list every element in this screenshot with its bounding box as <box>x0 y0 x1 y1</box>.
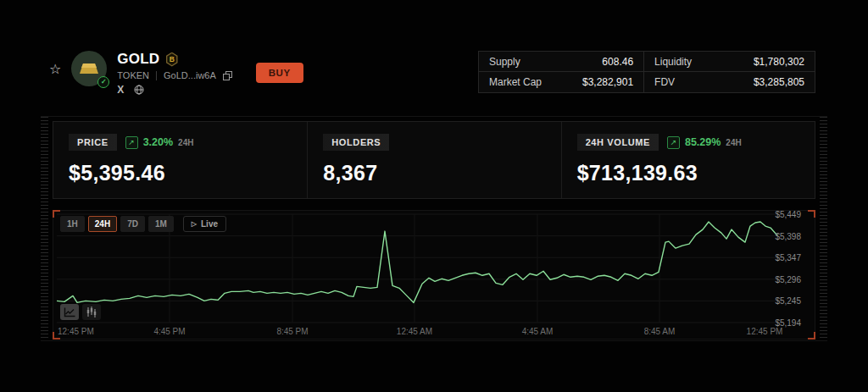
price-change: ↗ 3.20% 24H <box>125 136 194 149</box>
play-icon: ▷ <box>192 221 197 228</box>
volume-card: 24H VOLUME ↗ 85.29% 24H $713,139.63 <box>561 122 815 198</box>
range-button-7d[interactable]: 7D <box>120 216 145 232</box>
corner-bracket <box>808 332 815 340</box>
main-panel: PRICE ↗ 3.20% 24H $5,395.46 HOLDERS 8,36… <box>41 116 827 341</box>
x-axis-tick: 12:45 PM <box>747 327 783 336</box>
line-chart-icon <box>64 307 75 317</box>
range-button-1m[interactable]: 1M <box>148 216 174 232</box>
token-dashboard: ☆ ✓ GOLD B TOKEN GoLD...iw6A <box>0 0 868 392</box>
corner-bracket <box>808 210 815 218</box>
up-arrow-icon: ↗ <box>667 136 680 149</box>
y-axis-tick: $5,194 <box>775 318 801 328</box>
stat-cards-row: PRICE ↗ 3.20% 24H $5,395.46 HOLDERS 8,36… <box>53 121 815 199</box>
stat-liquidity: Liquidity $1,780,302 <box>644 52 815 72</box>
y-axis-tick: $5,296 <box>775 274 801 284</box>
range-button-24h[interactable]: 24H <box>88 216 117 232</box>
x-axis-tick: 12:45 AM <box>397 327 432 336</box>
right-hatch-rail <box>820 117 827 340</box>
price-line <box>57 222 777 302</box>
volume-value: $713,139.63 <box>577 161 799 185</box>
y-axis-tick: $5,449 <box>775 210 801 219</box>
token-identity: ☆ ✓ GOLD B TOKEN GoLD...iw6A <box>49 51 303 95</box>
live-button[interactable]: ▷ Live <box>183 216 226 232</box>
stat-market-cap: Market Cap $3,282,901 <box>479 72 644 92</box>
range-button-1h[interactable]: 1H <box>60 216 85 232</box>
volume-change: ↗ 85.29% 24H <box>667 136 742 149</box>
copy-icon[interactable] <box>223 71 232 80</box>
token-meta: GOLD B TOKEN GoLD...iw6A X <box>117 51 231 95</box>
range-buttons: 1H24H7D1M ▷ Live <box>60 216 226 232</box>
gold-bar-icon <box>79 62 99 75</box>
left-hatch-rail <box>41 117 48 340</box>
x-axis-tick: 4:45 PM <box>153 327 185 336</box>
token-tier-badge-icon: B <box>165 52 178 67</box>
y-axis-tick: $5,347 <box>775 253 801 262</box>
holders-value: 8,367 <box>323 161 545 185</box>
token-stats-table: Supply 608.46 Liquidity $1,780,302 Marke… <box>478 51 815 93</box>
x-axis-tick: 12:45 PM <box>58 327 94 336</box>
price-card-label: PRICE <box>69 134 117 151</box>
y-axis-tick: $5,398 <box>775 231 801 240</box>
chart-type-toggle <box>60 304 101 320</box>
token-type-label: TOKEN <box>117 70 149 80</box>
stat-fdv: FDV $3,285,805 <box>644 72 815 92</box>
holders-card: HOLDERS 8,367 <box>307 122 560 198</box>
stat-supply: Supply 608.46 <box>479 52 644 72</box>
volume-card-label: 24H VOLUME <box>577 134 659 151</box>
token-address[interactable]: GoLD...iw6A <box>164 70 216 80</box>
y-axis-tick: $5,245 <box>775 296 801 306</box>
favorite-star-icon[interactable]: ☆ <box>49 63 61 76</box>
x-axis-tick: 8:45 PM <box>276 327 308 336</box>
divider <box>156 71 157 80</box>
price-value: $5,395.46 <box>69 161 292 185</box>
token-avatar: ✓ <box>71 51 107 86</box>
x-axis-tick: 8:45 AM <box>644 327 676 336</box>
up-arrow-icon: ↗ <box>125 136 138 149</box>
price-card: PRICE ↗ 3.20% 24H $5,395.46 <box>53 122 307 198</box>
price-chart: 1H24H7D1M ▷ Live $5,449$5,398$5,347$5,29… <box>53 210 815 340</box>
token-header: ☆ ✓ GOLD B TOKEN GoLD...iw6A <box>0 0 868 95</box>
candlestick-chart-button[interactable] <box>82 304 101 320</box>
x-social-icon[interactable]: X <box>117 85 124 95</box>
x-axis-tick: 4:45 AM <box>522 327 554 336</box>
verified-check-icon: ✓ <box>97 76 109 88</box>
candlestick-icon <box>86 306 97 317</box>
globe-website-icon[interactable] <box>134 85 144 95</box>
line-chart-button[interactable] <box>60 304 79 320</box>
holders-card-label: HOLDERS <box>323 134 389 151</box>
token-name: GOLD <box>117 51 159 68</box>
buy-button[interactable]: BUY <box>256 63 303 83</box>
